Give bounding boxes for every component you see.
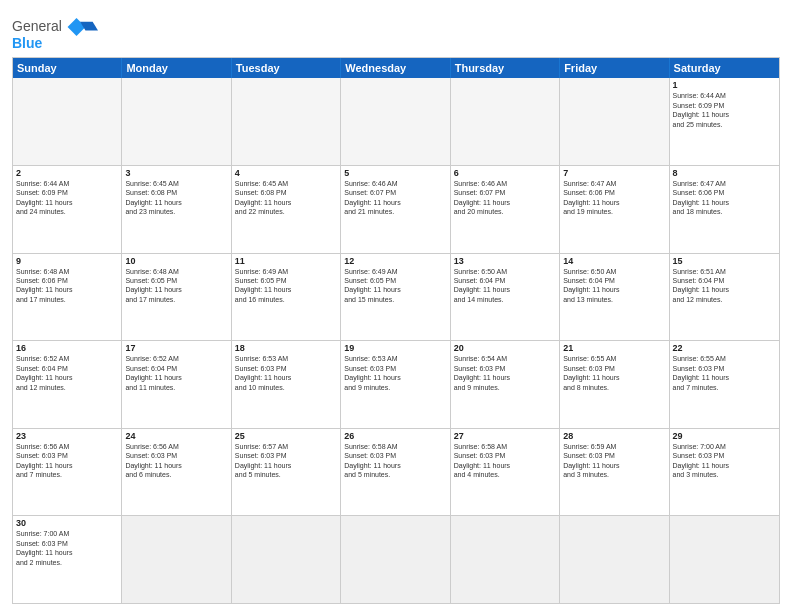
day-cell-22: 22Sunrise: 6:55 AM Sunset: 6:03 PM Dayli…	[670, 341, 779, 428]
day-cell-empty-w0d1	[122, 78, 231, 165]
day-info: Sunrise: 6:49 AM Sunset: 6:05 PM Dayligh…	[344, 267, 446, 305]
day-info: Sunrise: 6:47 AM Sunset: 6:06 PM Dayligh…	[673, 179, 776, 217]
day-number: 24	[125, 431, 227, 441]
day-info: Sunrise: 7:00 AM Sunset: 6:03 PM Dayligh…	[673, 442, 776, 480]
day-info: Sunrise: 6:59 AM Sunset: 6:03 PM Dayligh…	[563, 442, 665, 480]
day-number: 9	[16, 256, 118, 266]
day-info: Sunrise: 6:57 AM Sunset: 6:03 PM Dayligh…	[235, 442, 337, 480]
day-info: Sunrise: 6:54 AM Sunset: 6:03 PM Dayligh…	[454, 354, 556, 392]
day-number: 11	[235, 256, 337, 266]
day-cell-17: 17Sunrise: 6:52 AM Sunset: 6:04 PM Dayli…	[122, 341, 231, 428]
svg-marker-0	[67, 18, 85, 36]
calendar-body: 1Sunrise: 6:44 AM Sunset: 6:09 PM Daylig…	[13, 78, 779, 603]
day-cell-12: 12Sunrise: 6:49 AM Sunset: 6:05 PM Dayli…	[341, 254, 450, 341]
day-cell-21: 21Sunrise: 6:55 AM Sunset: 6:03 PM Dayli…	[560, 341, 669, 428]
day-cell-1: 1Sunrise: 6:44 AM Sunset: 6:09 PM Daylig…	[670, 78, 779, 165]
day-cell-empty-w0d2	[232, 78, 341, 165]
day-number: 5	[344, 168, 446, 178]
day-number: 19	[344, 343, 446, 353]
week-row-1: 2Sunrise: 6:44 AM Sunset: 6:09 PM Daylig…	[13, 165, 779, 253]
day-number: 13	[454, 256, 556, 266]
day-cell-7: 7Sunrise: 6:47 AM Sunset: 6:06 PM Daylig…	[560, 166, 669, 253]
day-number: 3	[125, 168, 227, 178]
day-header-saturday: Saturday	[670, 58, 779, 78]
day-info: Sunrise: 6:55 AM Sunset: 6:03 PM Dayligh…	[563, 354, 665, 392]
day-cell-30: 30Sunrise: 7:00 AM Sunset: 6:03 PM Dayli…	[13, 516, 122, 603]
day-cell-25: 25Sunrise: 6:57 AM Sunset: 6:03 PM Dayli…	[232, 429, 341, 516]
day-cell-2: 2Sunrise: 6:44 AM Sunset: 6:09 PM Daylig…	[13, 166, 122, 253]
day-number: 12	[344, 256, 446, 266]
day-info: Sunrise: 6:49 AM Sunset: 6:05 PM Dayligh…	[235, 267, 337, 305]
day-cell-24: 24Sunrise: 6:56 AM Sunset: 6:03 PM Dayli…	[122, 429, 231, 516]
week-row-5: 30Sunrise: 7:00 AM Sunset: 6:03 PM Dayli…	[13, 515, 779, 603]
calendar: SundayMondayTuesdayWednesdayThursdayFrid…	[12, 57, 780, 604]
day-number: 2	[16, 168, 118, 178]
day-info: Sunrise: 6:48 AM Sunset: 6:05 PM Dayligh…	[125, 267, 227, 305]
day-cell-empty-w0d3	[341, 78, 450, 165]
day-cell-4: 4Sunrise: 6:45 AM Sunset: 6:08 PM Daylig…	[232, 166, 341, 253]
header: General Blue	[12, 10, 780, 51]
day-info: Sunrise: 6:53 AM Sunset: 6:03 PM Dayligh…	[344, 354, 446, 392]
day-header-tuesday: Tuesday	[232, 58, 341, 78]
day-cell-15: 15Sunrise: 6:51 AM Sunset: 6:04 PM Dayli…	[670, 254, 779, 341]
day-number: 8	[673, 168, 776, 178]
day-cell-empty-w0d4	[451, 78, 560, 165]
day-info: Sunrise: 6:44 AM Sunset: 6:09 PM Dayligh…	[673, 91, 776, 129]
day-info: Sunrise: 6:56 AM Sunset: 6:03 PM Dayligh…	[16, 442, 118, 480]
day-number: 20	[454, 343, 556, 353]
day-number: 16	[16, 343, 118, 353]
day-cell-empty-w5d4	[451, 516, 560, 603]
day-cell-empty-w0d5	[560, 78, 669, 165]
day-cell-16: 16Sunrise: 6:52 AM Sunset: 6:04 PM Dayli…	[13, 341, 122, 428]
day-info: Sunrise: 6:45 AM Sunset: 6:08 PM Dayligh…	[235, 179, 337, 217]
day-info: Sunrise: 6:58 AM Sunset: 6:03 PM Dayligh…	[344, 442, 446, 480]
day-header-wednesday: Wednesday	[341, 58, 450, 78]
day-header-monday: Monday	[122, 58, 231, 78]
day-cell-18: 18Sunrise: 6:53 AM Sunset: 6:03 PM Dayli…	[232, 341, 341, 428]
day-number: 21	[563, 343, 665, 353]
day-headers: SundayMondayTuesdayWednesdayThursdayFrid…	[13, 58, 779, 78]
day-cell-28: 28Sunrise: 6:59 AM Sunset: 6:03 PM Dayli…	[560, 429, 669, 516]
day-cell-5: 5Sunrise: 6:46 AM Sunset: 6:07 PM Daylig…	[341, 166, 450, 253]
day-number: 27	[454, 431, 556, 441]
day-number: 22	[673, 343, 776, 353]
day-number: 1	[673, 80, 776, 90]
day-info: Sunrise: 6:56 AM Sunset: 6:03 PM Dayligh…	[125, 442, 227, 480]
day-number: 28	[563, 431, 665, 441]
day-cell-11: 11Sunrise: 6:49 AM Sunset: 6:05 PM Dayli…	[232, 254, 341, 341]
day-cell-8: 8Sunrise: 6:47 AM Sunset: 6:06 PM Daylig…	[670, 166, 779, 253]
day-info: Sunrise: 6:50 AM Sunset: 6:04 PM Dayligh…	[454, 267, 556, 305]
day-info: Sunrise: 6:45 AM Sunset: 6:08 PM Dayligh…	[125, 179, 227, 217]
day-info: Sunrise: 7:00 AM Sunset: 6:03 PM Dayligh…	[16, 529, 118, 567]
day-cell-empty-w5d3	[341, 516, 450, 603]
day-cell-empty-w5d6	[670, 516, 779, 603]
day-number: 4	[235, 168, 337, 178]
day-info: Sunrise: 6:48 AM Sunset: 6:06 PM Dayligh…	[16, 267, 118, 305]
day-info: Sunrise: 6:55 AM Sunset: 6:03 PM Dayligh…	[673, 354, 776, 392]
day-cell-empty-w0d0	[13, 78, 122, 165]
day-number: 17	[125, 343, 227, 353]
week-row-0: 1Sunrise: 6:44 AM Sunset: 6:09 PM Daylig…	[13, 78, 779, 165]
logo-icon	[64, 14, 98, 40]
page: General Blue SundayMondayTuesdayWednesda…	[0, 0, 792, 612]
day-info: Sunrise: 6:47 AM Sunset: 6:06 PM Dayligh…	[563, 179, 665, 217]
day-number: 15	[673, 256, 776, 266]
day-cell-6: 6Sunrise: 6:46 AM Sunset: 6:07 PM Daylig…	[451, 166, 560, 253]
day-cell-29: 29Sunrise: 7:00 AM Sunset: 6:03 PM Dayli…	[670, 429, 779, 516]
day-cell-empty-w5d2	[232, 516, 341, 603]
day-info: Sunrise: 6:52 AM Sunset: 6:04 PM Dayligh…	[16, 354, 118, 392]
day-cell-27: 27Sunrise: 6:58 AM Sunset: 6:03 PM Dayli…	[451, 429, 560, 516]
day-number: 26	[344, 431, 446, 441]
day-cell-3: 3Sunrise: 6:45 AM Sunset: 6:08 PM Daylig…	[122, 166, 231, 253]
day-number: 6	[454, 168, 556, 178]
week-row-2: 9Sunrise: 6:48 AM Sunset: 6:06 PM Daylig…	[13, 253, 779, 341]
day-cell-13: 13Sunrise: 6:50 AM Sunset: 6:04 PM Dayli…	[451, 254, 560, 341]
day-cell-23: 23Sunrise: 6:56 AM Sunset: 6:03 PM Dayli…	[13, 429, 122, 516]
day-number: 29	[673, 431, 776, 441]
day-cell-empty-w5d1	[122, 516, 231, 603]
day-cell-14: 14Sunrise: 6:50 AM Sunset: 6:04 PM Dayli…	[560, 254, 669, 341]
day-info: Sunrise: 6:58 AM Sunset: 6:03 PM Dayligh…	[454, 442, 556, 480]
day-number: 7	[563, 168, 665, 178]
day-cell-19: 19Sunrise: 6:53 AM Sunset: 6:03 PM Dayli…	[341, 341, 450, 428]
day-info: Sunrise: 6:53 AM Sunset: 6:03 PM Dayligh…	[235, 354, 337, 392]
